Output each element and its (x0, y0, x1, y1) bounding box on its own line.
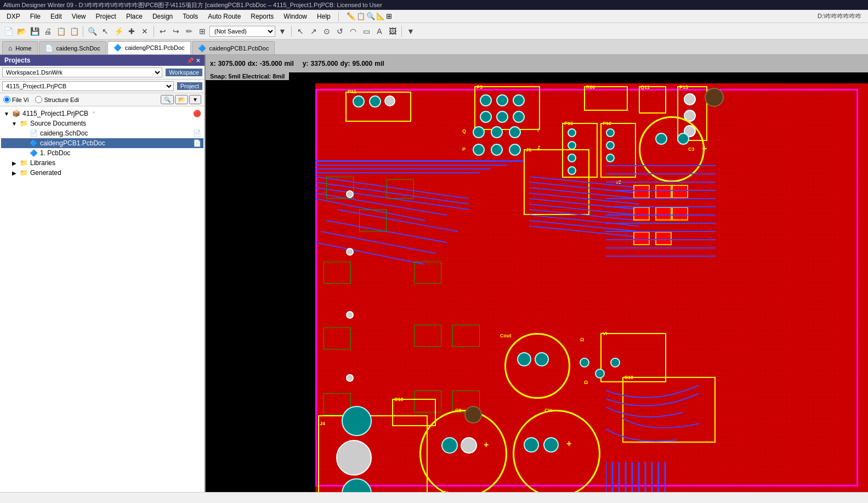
panel-toolbar-btn3[interactable]: ▼ (189, 95, 201, 104)
c8-plus: + (484, 440, 489, 450)
P13-outline (677, 86, 707, 141)
toolbar-icon-2[interactable]: 📋 (356, 12, 365, 20)
new-btn[interactable]: 📄 (2, 25, 14, 37)
save-btn[interactable]: 💾 (29, 25, 41, 37)
root-expander[interactable]: ▼ (3, 111, 10, 117)
open-btn[interactable]: 📂 (15, 25, 27, 37)
tab-bar: ⌂ Home 📄 caideng.SchDoc 🔷 caidengPCB1.Pc… (0, 39, 868, 55)
root-icon: 📦 (12, 110, 20, 117)
P12-outline (600, 123, 636, 178)
p13-pad1 (684, 93, 696, 105)
tree-project-root[interactable]: ▼ 📦 4115_Project1.PrjPCB * 🔴 (1, 109, 203, 118)
toolbar-icon-1[interactable]: ✏️ (347, 12, 355, 20)
silk-r7 (414, 262, 441, 284)
pin-icon[interactable]: 📌 (187, 58, 194, 64)
panel-toolbar-btn2[interactable]: 📂 (175, 95, 188, 104)
menu-file[interactable]: File (26, 12, 45, 21)
text-A-btn[interactable]: A (373, 25, 385, 37)
file-view-radio[interactable]: File Vi (3, 96, 29, 103)
tab-pcbdoc1[interactable]: 🔷 caidengPCB1.PcbDoc (107, 41, 191, 54)
snap-dropdown[interactable]: (Not Saved) (209, 26, 275, 37)
VI-outline (600, 333, 666, 382)
root-label: 4115_Project1.PrjPCB (22, 110, 88, 117)
move-btn[interactable]: ✚ (126, 25, 138, 37)
tree-pcbdoc2[interactable]: ▶ 🔷 1. PcbDoc (1, 148, 203, 158)
j4-pad2 (336, 440, 372, 476)
menu-reports[interactable]: Reports (246, 12, 278, 21)
project-dropdown[interactable]: 4115_Project1.PrjPCB (2, 81, 174, 91)
menu-dxp[interactable]: DXP (2, 12, 25, 21)
menu-design[interactable]: Design (148, 12, 177, 21)
gen-expander[interactable]: ▶ (11, 170, 18, 176)
print-btn[interactable]: 🖨 (42, 25, 54, 37)
source-expander[interactable]: ▼ (11, 121, 18, 127)
lib-expander[interactable]: ▶ (11, 160, 18, 166)
file-view-input[interactable] (3, 96, 10, 103)
menu-project[interactable]: Project (92, 12, 121, 21)
P5-label: P5 (476, 84, 483, 90)
P13-label: P13 (679, 84, 688, 90)
redo-btn[interactable]: ↪ (170, 25, 182, 37)
pcb-area[interactable]: x: 3075.000 dx: -35.000 mil y: 3375.000 … (206, 55, 868, 492)
status-bar (0, 492, 868, 503)
workspace-dropdown[interactable]: Workspace1.DsnWrk (2, 67, 162, 77)
j4-pad3 (342, 478, 372, 492)
menu-tools[interactable]: Tools (178, 12, 202, 21)
tab-home[interactable]: ⌂ Home (2, 41, 38, 54)
toolbar-icon-3[interactable]: 🔍 (366, 12, 375, 20)
tree-pcbdoc1[interactable]: ▶ 🔷 caidengPCB1.PcbDoc 📄 (1, 138, 203, 148)
wire-btn[interactable]: ⚡ (112, 25, 124, 37)
home-icon: ⌂ (8, 44, 12, 52)
title-text: Altium Designer Winter 09 - D:\咋咋咋咋\咋咋\咋… (3, 1, 382, 9)
toolbar-icon-4[interactable]: 📐 (376, 12, 385, 20)
arc-btn[interactable]: ◠ (347, 25, 359, 37)
extra-btn[interactable]: ▼ (405, 25, 417, 37)
tree-source-docs[interactable]: ▼ 📁 Source Documents (1, 118, 203, 128)
select-btn[interactable]: ↖ (99, 25, 111, 37)
menu-place[interactable]: Place (122, 12, 147, 21)
image-btn[interactable]: 🖼 (387, 25, 399, 37)
close-panel-icon[interactable]: ✕ (196, 58, 200, 64)
svg-line-8 (315, 242, 425, 264)
arrow-down[interactable]: ▼ (276, 25, 288, 37)
menu-edit[interactable]: Edit (46, 12, 66, 21)
track-btn[interactable]: ⊙ (321, 25, 333, 37)
undo-btn[interactable]: ↩ (157, 25, 169, 37)
panel-toolbar-btn1[interactable]: 🔍 (161, 95, 174, 104)
tab-pcbdoc2[interactable]: 🔷 caidengPCB1.PcbDoc (192, 41, 275, 54)
tree-generated[interactable]: ▶ 📁 Generated (1, 168, 203, 178)
pcb-board[interactable]: P11 P5 R60 Q11 P13 (206, 83, 868, 492)
cursor2-btn[interactable]: ↗ (308, 25, 320, 37)
p13-pad3 (684, 125, 696, 137)
p16-pad1 (568, 128, 576, 137)
rotate-btn[interactable]: ↺ (334, 25, 346, 37)
paste-btn[interactable]: 📋 (68, 25, 80, 37)
smd8 (655, 231, 672, 245)
pen-btn[interactable]: ✏ (183, 25, 195, 37)
Cout-label: Cout (500, 333, 512, 338)
tree-schdoc[interactable]: ▶ 📄 caideng.SchDoc 📄 (1, 128, 203, 138)
cross-btn[interactable]: ✕ (139, 25, 151, 37)
menu-window[interactable]: Window (279, 12, 311, 21)
structure-view-input[interactable] (35, 96, 42, 103)
menu-view[interactable]: View (67, 12, 90, 21)
copy-btn[interactable]: 📋 (55, 25, 67, 37)
menu-help[interactable]: Help (313, 12, 335, 21)
tree-libraries[interactable]: ▶ 📁 Libraries (1, 158, 203, 168)
svg-line-15 (529, 210, 639, 221)
tab-schdoc[interactable]: 📄 caideng.SchDoc (39, 41, 106, 54)
toolbar-icon-5[interactable]: ⊞ (386, 12, 392, 20)
pcbdoc1-label: caidengPCB1.PcbDoc (40, 139, 105, 147)
grid-btn[interactable]: ⊞ (196, 25, 208, 37)
zoom-btn[interactable]: 🔍 (86, 25, 98, 37)
trace-bundle-area (315, 155, 469, 264)
svg-line-3 (315, 193, 447, 215)
cursor-btn[interactable]: ↖ (294, 25, 307, 37)
c3-plus: + (702, 144, 707, 154)
pcbdoc2-label: 1. PcbDoc (40, 149, 70, 157)
menu-autoroute[interactable]: Auto Route (203, 12, 245, 21)
I-label: I (537, 127, 539, 133)
C10-outline (392, 399, 436, 426)
structure-view-radio[interactable]: Structure Edi (35, 96, 79, 103)
rect-btn[interactable]: ▭ (360, 25, 372, 37)
